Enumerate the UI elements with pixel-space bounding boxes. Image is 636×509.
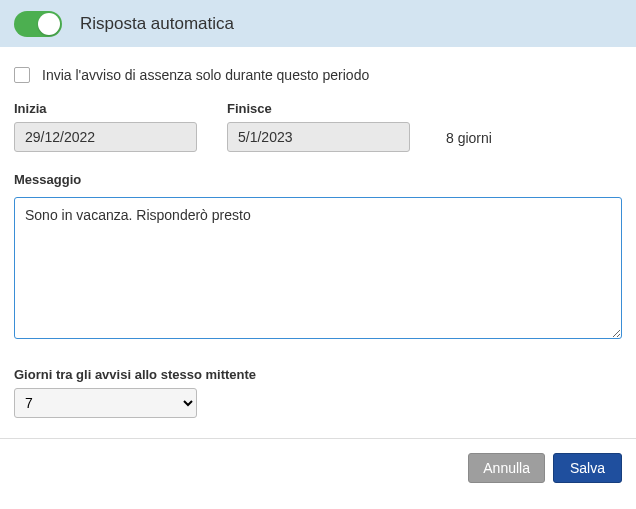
message-section: Messaggio [14,172,622,342]
save-button[interactable]: Salva [553,453,622,483]
end-date-input[interactable] [227,122,410,152]
message-textarea[interactable] [14,197,622,339]
auto-reply-toggle[interactable] [14,11,62,37]
days-between-label: Giorni tra gli avvisi allo stesso mitten… [14,367,256,382]
dialog-footer: Annulla Salva [0,438,636,497]
end-date-col: Finisce [227,101,410,152]
start-date-label: Inizia [14,101,197,116]
period-only-label: Invia l'avviso di assenza solo durante q… [42,67,369,83]
duration-text: 8 giorni [440,130,492,152]
toggle-knob [38,13,60,35]
days-between-select[interactable]: 7 [14,388,197,418]
end-date-label: Finisce [227,101,410,116]
cancel-button[interactable]: Annulla [468,453,545,483]
days-between-section: Giorni tra gli avvisi allo stesso mitten… [14,366,622,418]
period-only-row: Invia l'avviso di assenza solo durante q… [14,67,622,83]
dialog-title: Risposta automatica [80,14,234,34]
dialog-content: Invia l'avviso di assenza solo durante q… [0,47,636,438]
message-label: Messaggio [14,172,622,187]
start-date-col: Inizia [14,101,197,152]
dates-row: Inizia Finisce 8 giorni [14,101,622,152]
period-only-checkbox[interactable] [14,67,30,83]
start-date-input[interactable] [14,122,197,152]
dialog-header: Risposta automatica [0,0,636,47]
